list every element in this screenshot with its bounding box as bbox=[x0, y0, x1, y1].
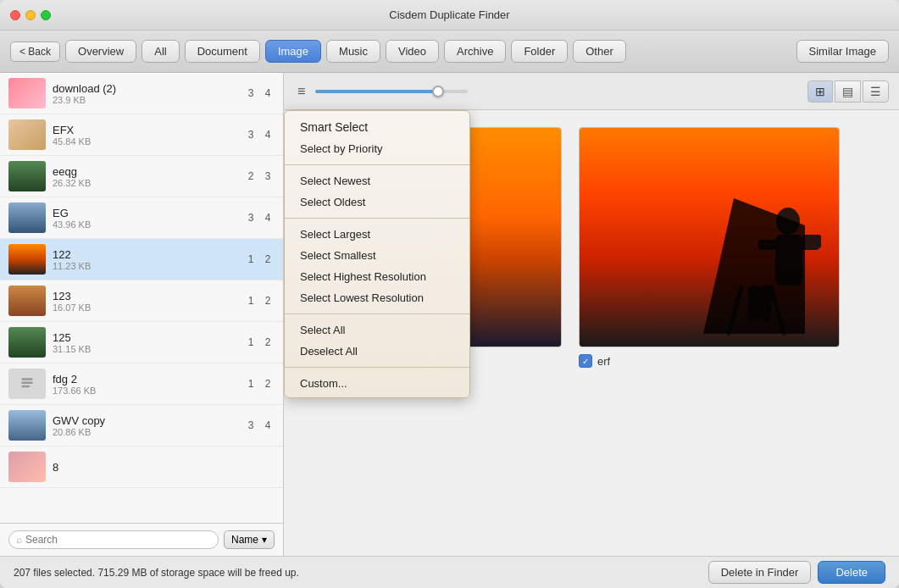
view-buttons: ⊞ ▤ ☰ bbox=[807, 80, 889, 103]
sidebar-item-8[interactable]: 8 bbox=[0, 447, 283, 488]
svg-line-16 bbox=[729, 287, 741, 334]
item-size: 23.9 KB bbox=[53, 95, 237, 105]
tab-other[interactable]: Other bbox=[573, 40, 626, 63]
tab-archive[interactable]: Archive bbox=[444, 40, 506, 63]
tab-all[interactable]: All bbox=[142, 40, 179, 63]
item-name: GWV copy bbox=[53, 414, 237, 427]
maximize-button[interactable] bbox=[41, 10, 51, 20]
window-title: Cisdem Duplicate Finder bbox=[389, 8, 509, 21]
zoom-slider[interactable] bbox=[315, 90, 468, 93]
item-name: download (2) bbox=[53, 82, 237, 95]
count-badge: 1 bbox=[244, 295, 258, 307]
sidebar-item-gwvcopy[interactable]: GWV copy 20.86 KB 3 4 bbox=[0, 405, 283, 447]
sidebar-item-eg[interactable]: EG 43.96 KB 3 4 bbox=[0, 197, 283, 239]
item-size: 11.23 KB bbox=[53, 261, 237, 271]
sidebar-item-123[interactable]: 123 16.07 KB 1 2 bbox=[0, 280, 283, 322]
dropdown-select-all[interactable]: Select All bbox=[285, 319, 469, 341]
item-name: eeqg bbox=[53, 165, 237, 178]
svg-rect-13 bbox=[802, 235, 821, 248]
tab-folder[interactable]: Folder bbox=[511, 40, 568, 63]
dropdown-separator-3 bbox=[285, 313, 469, 314]
svg-rect-11 bbox=[758, 240, 777, 250]
statusbar: 207 files selected. 715.29 MB of storage… bbox=[0, 556, 899, 588]
tab-video[interactable]: Video bbox=[386, 40, 439, 63]
image-checkbox-erf[interactable]: ✓ bbox=[579, 354, 592, 368]
svg-rect-1 bbox=[21, 382, 32, 385]
dropdown-select-largest[interactable]: Select Largest bbox=[285, 224, 469, 245]
list-view-button[interactable]: ☰ bbox=[863, 80, 889, 103]
dropdown-select-oldest[interactable]: Select Oldest bbox=[285, 191, 469, 213]
close-button[interactable] bbox=[10, 10, 20, 20]
item-thumbnail bbox=[8, 78, 46, 108]
filmstrip-view-button[interactable]: ▤ bbox=[835, 80, 861, 103]
tab-overview[interactable]: Overview bbox=[65, 40, 136, 63]
sidebar: download (2) 23.9 KB 3 4 EFX 45.84 KB bbox=[0, 73, 284, 556]
dropdown-select-highest-resolution[interactable]: Select Highest Resolution bbox=[285, 266, 469, 287]
item-thumbnail bbox=[8, 410, 46, 441]
item-thumbnail bbox=[8, 369, 46, 399]
zoom-slider-wrap bbox=[315, 90, 801, 93]
svg-rect-0 bbox=[21, 378, 32, 380]
image-label-erf: erf bbox=[597, 355, 610, 368]
sidebar-item-122[interactable]: 122 11.23 KB 1 2 bbox=[0, 239, 283, 280]
navbar: < Back Overview All Document Image Music… bbox=[0, 31, 899, 73]
tab-image[interactable]: Image bbox=[265, 40, 321, 63]
minimize-button[interactable] bbox=[25, 10, 36, 20]
item-size: 45.84 KB bbox=[53, 136, 237, 147]
image-card-erf: ✓ erf bbox=[579, 127, 840, 368]
item-size: 26.32 KB bbox=[53, 178, 237, 188]
dropdown-select-newest[interactable]: Select Newest bbox=[285, 170, 469, 191]
sidebar-item-fdg2[interactable]: fdg 2 173.66 KB 1 2 bbox=[0, 363, 283, 405]
count-badge-2: 3 bbox=[261, 170, 275, 182]
item-thumbnail bbox=[8, 327, 46, 358]
sidebar-item-125[interactable]: 125 31.15 KB 1 2 bbox=[0, 322, 283, 363]
count-badge: 1 bbox=[244, 253, 258, 265]
item-name: EG bbox=[53, 207, 237, 219]
item-thumbnail bbox=[8, 286, 46, 316]
dropdown-menu: Smart Select Select by Priority Select N… bbox=[284, 110, 470, 398]
traffic-lights bbox=[10, 10, 51, 20]
smart-select-menu-button[interactable]: ≡ bbox=[294, 80, 308, 103]
count-badge-2: 2 bbox=[261, 253, 275, 265]
tab-document[interactable]: Document bbox=[185, 40, 260, 63]
delete-button[interactable]: Delete bbox=[818, 561, 885, 584]
sidebar-item-eeqg[interactable]: eeqg 26.32 KB 2 3 bbox=[0, 156, 283, 197]
item-size: 173.66 KB bbox=[53, 386, 237, 396]
dropdown-separator-2 bbox=[285, 218, 469, 219]
search-icon: ⌕ bbox=[16, 534, 22, 546]
tab-music[interactable]: Music bbox=[326, 40, 380, 63]
item-size: 16.07 KB bbox=[53, 302, 237, 313]
similar-image-button[interactable]: Similar Image bbox=[796, 40, 889, 63]
svg-point-9 bbox=[776, 208, 800, 235]
search-input[interactable] bbox=[25, 534, 211, 546]
main-toolbar: ≡ ⊞ ▤ ☰ bbox=[284, 73, 899, 110]
item-size: 43.96 KB bbox=[53, 219, 237, 230]
sort-selector[interactable]: Name ▾ bbox=[224, 530, 275, 549]
item-thumbnail bbox=[8, 202, 46, 233]
content-area: download (2) 23.9 KB 3 4 EFX 45.84 KB bbox=[0, 73, 899, 556]
main-window: Cisdem Duplicate Finder < Back Overview … bbox=[0, 0, 899, 588]
dropdown-separator-1 bbox=[285, 164, 469, 165]
item-name: EFX bbox=[53, 124, 237, 136]
item-thumbnail bbox=[8, 119, 46, 150]
count-badge: 2 bbox=[244, 170, 258, 182]
sidebar-item-efx[interactable]: EFX 45.84 KB 3 4 bbox=[0, 114, 283, 156]
svg-rect-14 bbox=[748, 286, 760, 321]
delete-in-finder-button[interactable]: Delete in Finder bbox=[708, 561, 812, 584]
search-input-wrap: ⌕ bbox=[8, 530, 219, 549]
dropdown-custom[interactable]: Custom... bbox=[285, 373, 469, 394]
dropdown-select-by-priority[interactable]: Select by Priority bbox=[285, 138, 469, 159]
dropdown-deselect-all[interactable]: Deselect All bbox=[285, 341, 469, 362]
titlebar: Cisdem Duplicate Finder bbox=[0, 0, 899, 31]
item-size: 20.86 KB bbox=[53, 427, 237, 437]
sort-label: Name bbox=[231, 534, 258, 546]
back-button[interactable]: < Back bbox=[10, 42, 60, 62]
dropdown-smart-select[interactable]: Smart Select bbox=[285, 114, 469, 138]
grid-view-button[interactable]: ⊞ bbox=[807, 80, 833, 103]
svg-rect-2 bbox=[21, 386, 30, 388]
sidebar-item-download[interactable]: download (2) 23.9 KB 3 4 bbox=[0, 73, 283, 114]
dropdown-select-lowest-resolution[interactable]: Select Lowest Resolution bbox=[285, 287, 469, 308]
slider-thumb bbox=[432, 86, 444, 97]
image-label-row-erf: ✓ erf bbox=[579, 354, 610, 368]
dropdown-select-smallest[interactable]: Select Smallest bbox=[285, 245, 469, 266]
